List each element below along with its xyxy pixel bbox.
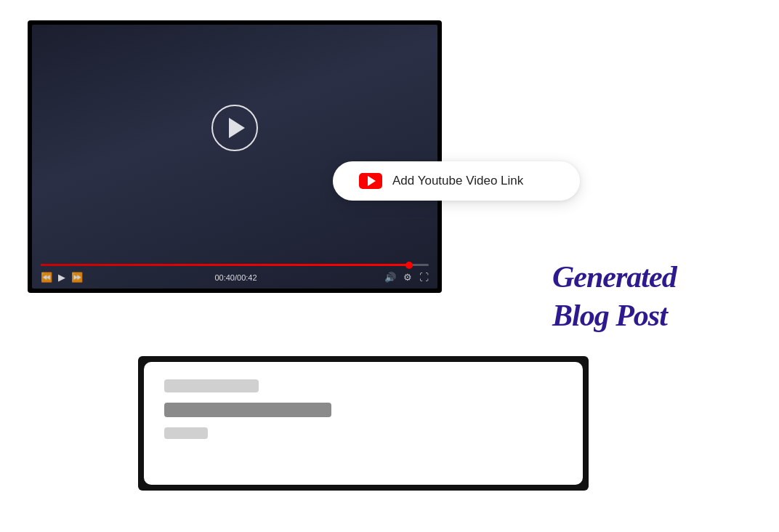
video-player-wrapper: ⏪ ▶ ⏩ 00:40/00:42 🔊 ⚙ ⛶ [28, 20, 442, 293]
youtube-play-triangle [368, 176, 376, 186]
video-player: ⏪ ▶ ⏩ 00:40/00:42 🔊 ⚙ ⛶ [32, 25, 437, 289]
rewind-button[interactable]: ⏪ [41, 272, 52, 283]
blog-card [144, 362, 583, 485]
skeleton-line-title [164, 379, 259, 392]
play-pause-button[interactable]: ▶ [58, 272, 65, 283]
right-controls: 🔊 ⚙ ⛶ [384, 272, 429, 283]
video-controls: ⏪ ▶ ⏩ 00:40/00:42 🔊 ⚙ ⛶ [32, 264, 437, 289]
play-triangle-icon [229, 118, 245, 138]
play-button[interactable] [211, 105, 258, 151]
time-display: 00:40/00:42 [93, 273, 379, 282]
youtube-link-label: Add Youtube Video Link [392, 174, 523, 188]
progress-bar-fill [41, 264, 409, 266]
settings-icon[interactable]: ⚙ [403, 272, 412, 283]
generated-blog-post-label: Generated Blog Post [552, 258, 677, 334]
control-bar: ⏪ ▶ ⏩ 00:40/00:42 🔊 ⚙ ⛶ [41, 272, 429, 283]
blog-card-wrapper [138, 356, 589, 491]
youtube-icon [359, 173, 382, 189]
skeleton-line-meta [164, 427, 208, 439]
skeleton-line-body [164, 403, 331, 417]
fullscreen-icon[interactable]: ⛶ [419, 272, 429, 283]
progress-bar-track[interactable] [41, 264, 429, 266]
progress-dot [405, 262, 413, 269]
volume-icon[interactable]: 🔊 [384, 272, 396, 283]
forward-button[interactable]: ⏩ [71, 272, 83, 283]
youtube-link-button[interactable]: Add Youtube Video Link [333, 161, 580, 201]
